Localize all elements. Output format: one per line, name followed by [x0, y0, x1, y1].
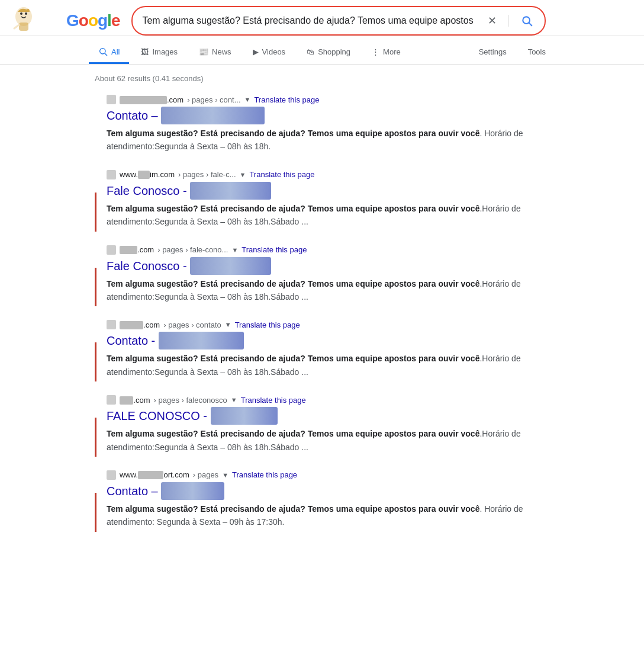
tab-videos-label: Videos [262, 47, 286, 56]
result-favicon [107, 470, 116, 480]
result-favicon [107, 245, 116, 255]
result-item: .com › pages › fale-cono... ▼ Translate … [95, 245, 549, 304]
result-title[interactable]: FALE CONOSCO - [107, 407, 549, 425]
dropdown-arrow[interactable]: ▼ [225, 321, 231, 328]
svg-line-5 [14, 25, 19, 28]
result-url-line: .com › pages › fale-cono... ▼ Translate … [107, 245, 549, 255]
all-icon [98, 47, 108, 56]
translate-link[interactable]: Translate this page [242, 245, 307, 254]
divider [508, 15, 509, 27]
doodle-svg [12, 6, 66, 36]
dropdown-arrow[interactable]: ▼ [222, 472, 228, 479]
result-url-line: .com › pages › faleconosco ▼ Translate t… [107, 395, 549, 405]
result-bar [95, 493, 96, 532]
result-snippet: Tem alguma sugestão? Está precisando de … [107, 202, 549, 229]
title-blurred [211, 407, 278, 425]
result-title[interactable]: Fale Conosco - [107, 257, 549, 275]
result-breadcrumb: › pages › contato [163, 320, 221, 329]
tab-shopping-label: Shopping [318, 47, 350, 56]
doodle [12, 6, 66, 36]
translate-link[interactable]: Translate this page [235, 320, 300, 329]
tab-more-label: More [383, 47, 401, 56]
result-bar [95, 418, 96, 457]
tab-images-label: Images [152, 47, 178, 56]
images-icon: 🖼 [141, 47, 149, 56]
result-breadcrumb: › pages › fale-cono... [157, 245, 228, 254]
result-domain: www. ort.com [120, 470, 189, 479]
tab-all[interactable]: All [89, 41, 129, 64]
header: Google Tem alguma sugestão? Está precisa… [0, 0, 644, 36]
tab-tools[interactable]: Tools [519, 41, 555, 64]
result-domain: .com [120, 245, 154, 254]
svg-line-7 [529, 23, 532, 26]
search-button[interactable] [519, 12, 535, 29]
result-breadcrumb: › pages › faleconosco [154, 396, 227, 405]
clear-button[interactable]: ✕ [485, 12, 499, 30]
dropdown-arrow[interactable]: ▼ [231, 396, 237, 403]
result-domain: .com [120, 396, 150, 405]
tab-all-label: All [111, 47, 120, 56]
search-input[interactable]: Tem alguma sugestão? Está precisando de … [142, 15, 485, 26]
search-icons: ✕ [485, 12, 535, 30]
title-blurred [161, 107, 264, 124]
result-favicon [107, 170, 116, 179]
result-item: www. im.com › pages › fale-c... ▼ Transl… [95, 170, 549, 229]
result-url-line: .com › pages › cont... ▼ Translate this … [107, 95, 549, 104]
tab-tools-label: Tools [528, 47, 546, 56]
translate-link[interactable]: Translate this page [232, 470, 297, 479]
result-url-line: www. ort.com › pages ▼ Translate this pa… [107, 470, 549, 480]
result-title[interactable]: Contato - [107, 332, 549, 349]
translate-link[interactable]: Translate this page [254, 95, 319, 104]
dropdown-arrow[interactable]: ▼ [231, 246, 238, 254]
result-item: .com › pages › contato ▼ Translate this … [95, 320, 549, 379]
translate-link[interactable]: Translate this page [241, 396, 306, 405]
google-logo: Google [12, 6, 120, 36]
tab-more[interactable]: ⋮ More [362, 41, 410, 64]
result-title[interactable]: Contato – [107, 107, 549, 124]
result-snippet: Tem alguma sugestão? Está precisando de … [107, 277, 549, 304]
result-snippet: Tem alguma sugestão? Está precisando de … [107, 427, 549, 454]
result-url-line: .com › pages › contato ▼ Translate this … [107, 320, 549, 329]
result-breadcrumb: › pages › fale-c... [178, 170, 236, 179]
results-stats: About 62 results (0.41 seconds) [95, 74, 549, 83]
result-favicon [107, 395, 116, 405]
domain-blurred [120, 96, 167, 104]
title-blurred [161, 482, 224, 500]
svg-point-2 [20, 12, 22, 15]
result-snippet: Tem alguma sugestão? Está precisando de … [107, 127, 549, 153]
dropdown-arrow[interactable]: ▼ [244, 96, 251, 103]
tab-shopping[interactable]: 🛍 Shopping [297, 41, 360, 64]
svg-line-9 [105, 53, 107, 56]
tab-news[interactable]: 📰 News [189, 41, 241, 64]
result-item: .com › pages › faleconosco ▼ Translate t… [95, 395, 549, 454]
translate-link[interactable]: Translate this page [249, 170, 314, 179]
search-bar: Tem alguma sugestão? Está precisando de … [131, 6, 546, 36]
result-bar [95, 268, 96, 307]
result-domain: www. im.com [120, 170, 175, 179]
result-favicon [107, 95, 116, 104]
more-icon: ⋮ [372, 47, 379, 56]
result-breadcrumb: › pages › cont... [187, 95, 240, 104]
result-title[interactable]: Fale Conosco - [107, 182, 549, 200]
close-icon: ✕ [488, 14, 497, 27]
search-bar-wrapper: Tem alguma sugestão? Está precisando de … [131, 6, 546, 36]
result-item: www. ort.com › pages ▼ Translate this pa… [95, 470, 549, 529]
videos-icon: ▶ [253, 47, 259, 56]
svg-rect-4 [19, 23, 28, 31]
result-item: .com › pages › cont... ▼ Translate this … [95, 95, 549, 153]
tab-settings-label: Settings [479, 47, 507, 56]
tab-images[interactable]: 🖼 Images [131, 41, 187, 64]
svg-point-3 [25, 12, 27, 15]
result-breadcrumb: › pages [193, 470, 218, 479]
nav-tabs: All 🖼 Images 📰 News ▶ Videos 🛍 Shopping … [0, 36, 644, 64]
shopping-icon: 🛍 [307, 47, 314, 56]
tab-videos[interactable]: ▶ Videos [243, 41, 295, 64]
result-domain: .com [120, 95, 183, 104]
result-bar [95, 342, 96, 381]
result-title[interactable]: Contato – [107, 482, 549, 500]
title-blurred [159, 332, 244, 349]
result-domain: .com [120, 320, 160, 329]
tab-settings[interactable]: Settings [469, 41, 516, 64]
dropdown-arrow[interactable]: ▼ [240, 171, 246, 178]
logo-text: Google [66, 11, 120, 30]
